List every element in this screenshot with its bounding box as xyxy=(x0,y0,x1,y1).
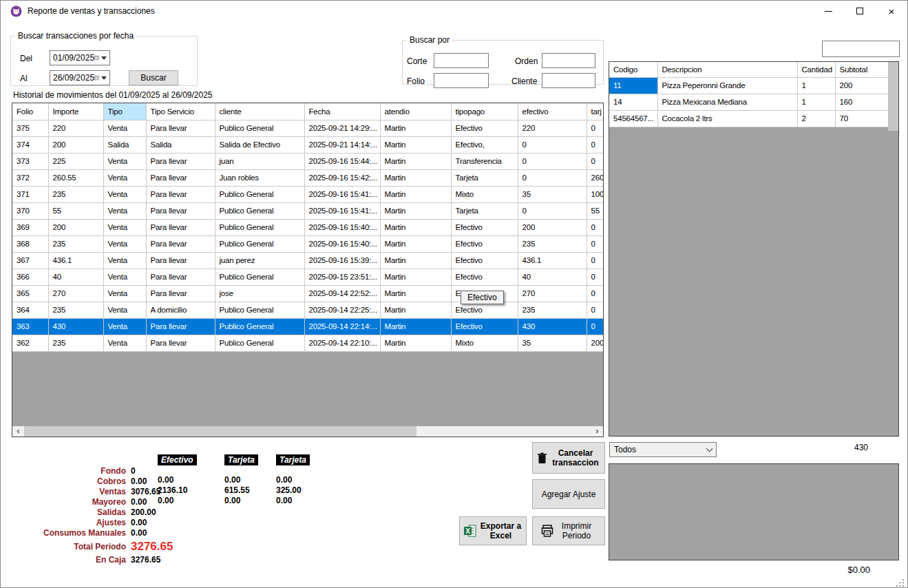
cell[interactable]: 40 xyxy=(518,269,587,285)
cell[interactable]: 0 xyxy=(587,318,604,335)
history-row[interactable]: 374200SalidaSalidaSalida de Efectivo2025… xyxy=(12,136,604,153)
cell[interactable]: Para llevar xyxy=(146,120,215,136)
cell[interactable]: Mixto xyxy=(451,186,518,202)
cell[interactable]: 11 xyxy=(609,77,657,94)
barcode-input[interactable] xyxy=(822,41,900,57)
history-row[interactable]: 371235VentaPara llevarPublico General202… xyxy=(12,186,604,202)
history-row[interactable]: 365270VentaPara llevarjose2025-09-14 22:… xyxy=(12,285,604,302)
cell[interactable]: 430 xyxy=(518,318,587,335)
maximize-button[interactable] xyxy=(844,1,876,21)
column-header[interactable]: efectivo xyxy=(518,103,587,120)
column-header[interactable]: atendio xyxy=(380,103,451,120)
column-header[interactable]: Cantidad xyxy=(797,62,835,77)
cell[interactable]: 372 xyxy=(12,169,48,186)
cell[interactable]: Para llevar xyxy=(146,202,215,219)
cell[interactable]: Publico General xyxy=(215,269,304,285)
history-row[interactable]: 362235VentaPara llevarPublico General202… xyxy=(12,335,604,351)
cell[interactable]: Efectivo xyxy=(451,120,518,136)
cell[interactable]: Martin xyxy=(380,153,451,169)
cell[interactable]: 235 xyxy=(518,302,587,318)
cell[interactable]: 235 xyxy=(48,335,103,351)
cell[interactable]: 160 xyxy=(835,94,889,110)
cell[interactable]: Publico General xyxy=(215,302,304,318)
cell[interactable]: A domicilio xyxy=(146,302,215,318)
cell[interactable]: 371 xyxy=(12,186,48,202)
cell[interactable]: Martin xyxy=(380,235,451,252)
cell[interactable]: 225 xyxy=(48,153,103,169)
cell[interactable]: 55 xyxy=(587,202,604,219)
cell[interactable]: 1 xyxy=(797,94,835,110)
cell[interactable]: Pizza Peperonni Grande xyxy=(657,77,797,94)
cell[interactable]: Publico General xyxy=(215,202,304,219)
history-row[interactable]: 375220VentaPara llevarPublico General202… xyxy=(12,120,604,136)
cell[interactable]: Venta xyxy=(103,219,146,235)
history-row[interactable]: 367436.1VentaPara llevarjuan perez2025-0… xyxy=(12,252,604,269)
column-header[interactable]: tipopago xyxy=(451,103,518,120)
cell[interactable]: 436.1 xyxy=(518,252,587,269)
cell[interactable]: Publico General xyxy=(215,318,304,335)
cell[interactable]: Para llevar xyxy=(146,252,215,269)
cell[interactable]: Venta xyxy=(103,318,146,335)
column-header[interactable]: Subtotal xyxy=(835,62,889,77)
cell[interactable]: Para llevar xyxy=(146,318,215,335)
column-header[interactable]: Folio xyxy=(12,103,48,120)
cell[interactable]: Salida xyxy=(146,136,215,153)
cell[interactable]: 235 xyxy=(48,186,103,202)
column-header[interactable]: cliente xyxy=(215,103,304,120)
orden-input[interactable] xyxy=(542,53,595,68)
vertical-scrollbar[interactable] xyxy=(888,62,898,131)
cell[interactable]: 370 xyxy=(12,202,48,219)
corte-input[interactable] xyxy=(434,53,489,68)
cell[interactable]: 0 xyxy=(587,120,604,136)
cell[interactable]: 200 xyxy=(518,219,587,235)
cell[interactable]: Martin xyxy=(380,269,451,285)
cell[interactable]: 436.1 xyxy=(48,252,103,269)
cell[interactable]: 35 xyxy=(518,335,587,351)
cell[interactable]: 200 xyxy=(48,219,103,235)
history-row[interactable]: 372260.55VentaPara llevarJuan robles2025… xyxy=(12,169,604,186)
cell[interactable]: 2025-09-15 23:51:... xyxy=(304,269,380,285)
cell[interactable]: Para llevar xyxy=(146,235,215,252)
cell[interactable]: Salida xyxy=(103,136,146,153)
cell[interactable]: Para llevar xyxy=(146,285,215,302)
cell[interactable]: 220 xyxy=(518,120,587,136)
cell[interactable]: 200 xyxy=(835,77,889,94)
cell[interactable]: Venta xyxy=(103,235,146,252)
add-adjust-button[interactable]: Agregar Ajuste xyxy=(532,479,605,509)
cell[interactable]: 430 xyxy=(48,318,103,335)
cell[interactable]: 0 xyxy=(587,235,604,252)
product-row[interactable]: 14Pizza Mexicana Mediana1160 xyxy=(609,94,889,110)
column-header[interactable]: tarj xyxy=(587,103,604,120)
cell[interactable]: 235 xyxy=(48,235,103,252)
cell[interactable]: 374 xyxy=(12,136,48,153)
cell[interactable]: Venta xyxy=(103,120,146,136)
cell[interactable]: Mixto xyxy=(451,335,518,351)
cell[interactable]: Para llevar xyxy=(146,335,215,351)
print-period-button[interactable]: Imprimir Periodo xyxy=(532,516,605,545)
cell[interactable]: Martin xyxy=(380,120,451,136)
cell[interactable]: 0 xyxy=(587,252,604,269)
cell[interactable]: Tarjeta xyxy=(451,202,518,219)
column-header[interactable]: Descripcion xyxy=(657,62,797,77)
history-row[interactable]: 364235VentaA domicilioPublico General202… xyxy=(12,302,604,318)
cell[interactable]: Martin xyxy=(380,302,451,318)
cell[interactable]: 0 xyxy=(587,269,604,285)
cell[interactable]: juan xyxy=(215,153,304,169)
column-header[interactable]: Tipo Servicio xyxy=(146,103,215,120)
cell[interactable]: Tarjeta xyxy=(451,169,518,186)
cell[interactable]: 365 xyxy=(12,285,48,302)
history-row[interactable]: 373225VentaPara llevarjuan2025-09-16 15:… xyxy=(12,153,604,169)
cell[interactable]: Publico General xyxy=(215,219,304,235)
cell[interactable]: 375 xyxy=(12,120,48,136)
history-row[interactable]: 369200VentaPara llevarPublico General202… xyxy=(12,219,604,235)
cell[interactable]: 0 xyxy=(587,302,604,318)
cell[interactable]: 2025-09-16 15:44:... xyxy=(304,153,380,169)
cell[interactable]: Martin xyxy=(380,202,451,219)
cell[interactable]: 235 xyxy=(48,302,103,318)
cell[interactable]: Venta xyxy=(103,153,146,169)
cell[interactable]: 2025-09-16 15:40:... xyxy=(304,235,380,252)
cell[interactable]: 368 xyxy=(12,235,48,252)
cell[interactable]: 0 xyxy=(518,136,587,153)
cell[interactable]: 0 xyxy=(587,136,604,153)
cell[interactable]: 2025-09-16 15:40:... xyxy=(304,219,380,235)
